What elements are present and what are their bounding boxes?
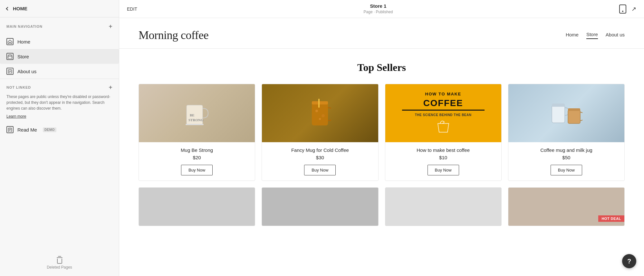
nav-item-home[interactable]: Home (0, 34, 119, 49)
sidebar: HOME MAIN NAVIGATION + Home Store (0, 0, 119, 276)
buy-now-coffee-book[interactable]: Buy Now (428, 165, 459, 175)
product-image-mug-be-strong: BE STRONG (139, 84, 255, 142)
demo-badge: DEMO (43, 127, 56, 132)
product-card-mug-be-strong: BE STRONG Mug Be Strong $20 Buy Now (139, 84, 255, 181)
store-nav-label: Store (17, 54, 29, 59)
product-card-partial-1 (139, 187, 255, 226)
help-button[interactable]: ? (622, 254, 636, 268)
main-navigation-section: MAIN NAVIGATION + (0, 17, 119, 34)
svg-point-18 (319, 118, 321, 120)
site-nav: Home Store About us (566, 32, 625, 39)
about-nav-icon (6, 68, 14, 75)
nav-item-store[interactable]: Store (0, 49, 119, 64)
product-name-coffee-book: How to make best coffee (417, 147, 470, 153)
svg-rect-19 (552, 105, 565, 123)
main-nav-title: MAIN NAVIGATION (6, 25, 43, 28)
nav-item-about-us[interactable]: About us (0, 64, 119, 79)
main-nav-header: MAIN NAVIGATION + (6, 23, 112, 30)
product-price-mug-be-strong: $20 (193, 155, 201, 160)
product-grid-second-row: HOT DEAL (139, 187, 625, 226)
svg-point-16 (315, 110, 318, 112)
site-title: Morning coffee (139, 28, 208, 42)
svg-rect-0 (8, 56, 12, 59)
svg-rect-21 (568, 110, 580, 123)
site-nav-store[interactable]: Store (586, 32, 598, 39)
product-price-fancy-mug: $30 (316, 155, 324, 160)
product-name-mug-be-strong: Mug Be Strong (181, 147, 213, 153)
page-status: Page · Published (364, 10, 393, 14)
hot-deal-badge: HOT DEAL (598, 215, 624, 222)
svg-text:STRONG: STRONG (188, 118, 204, 122)
preview-content: Top Sellers BE STRONG (119, 49, 644, 239)
not-linked-section: NOT LINKED + These pages are public unle… (0, 79, 119, 142)
mobile-preview-icon[interactable] (619, 5, 626, 14)
external-link-icon[interactable]: ↗ (631, 5, 636, 13)
product-card-partial-4: HOT DEAL (508, 187, 625, 226)
product-info-milk-jug: Coffee mug and milk jug $50 Buy Now (508, 142, 624, 181)
home-button-label: HOME (13, 6, 27, 11)
readme-nav-icon (6, 126, 14, 133)
product-name-fancy-mug: Fancy Mug for Cold Coffee (291, 147, 349, 153)
svg-rect-14 (312, 101, 328, 104)
add-nav-item-button[interactable]: + (109, 23, 112, 30)
topbar-center: Store 1 Page · Published (364, 3, 393, 15)
svg-rect-22 (568, 108, 580, 111)
buy-now-mug-be-strong[interactable]: Buy Now (181, 165, 213, 175)
svg-rect-12 (186, 124, 204, 125)
not-linked-description: These pages are public unless they're di… (6, 94, 112, 111)
svg-point-17 (322, 114, 325, 117)
product-card-partial-3 (385, 187, 502, 226)
readme-label: Read Me (17, 127, 37, 133)
svg-rect-13 (312, 103, 328, 125)
svg-text:BE: BE (190, 113, 195, 117)
about-nav-label: About us (17, 69, 36, 74)
deleted-pages-button[interactable]: Deleted Pages (0, 250, 119, 276)
not-linked-title: NOT LINKED (6, 85, 31, 89)
buy-now-fancy-mug[interactable]: Buy Now (304, 165, 336, 175)
home-nav-icon (6, 38, 14, 45)
svg-rect-20 (552, 104, 565, 107)
add-not-linked-button[interactable]: + (109, 84, 112, 91)
chevron-left-icon (6, 7, 9, 10)
svg-rect-15 (318, 99, 320, 108)
website-header: Morning coffee Home Store About us (119, 18, 644, 49)
product-card-coffee-book: HOW TO MAKE COFFEE THE SCIENCE BEHIND TH… (385, 84, 502, 181)
home-button[interactable]: HOME (0, 0, 119, 17)
store-nav-icon (6, 53, 14, 60)
top-bar: EDIT Store 1 Page · Published ↗ (119, 0, 644, 18)
preview-area: Morning coffee Home Store About us Top S… (119, 18, 644, 276)
product-info-mug-be-strong: Mug Be Strong $20 Buy Now (139, 142, 255, 181)
product-price-milk-jug: $50 (562, 155, 570, 160)
product-info-fancy-mug: Fancy Mug for Cold Coffee $30 Buy Now (262, 142, 378, 181)
store-name: Store 1 (364, 3, 393, 9)
product-image-coffee-book: HOW TO MAKE COFFEE THE SCIENCE BEHIND TH… (385, 84, 501, 142)
topbar-actions: ↗ (619, 5, 636, 14)
product-image-fancy-mug (262, 84, 378, 142)
product-name-milk-jug: Coffee mug and milk jug (540, 147, 592, 153)
top-sellers-title: Top Sellers (139, 62, 625, 74)
main-content: EDIT Store 1 Page · Published ↗ Morning … (119, 0, 644, 276)
product-card-partial-2 (262, 187, 378, 226)
product-image-milk-jug (508, 84, 624, 142)
not-linked-header: NOT LINKED + (6, 84, 112, 91)
mobile-icon-dot (622, 11, 623, 12)
home-nav-label: Home (17, 39, 30, 44)
product-price-coffee-book: $10 (439, 155, 447, 160)
product-info-coffee-book: How to make best coffee $10 Buy Now (385, 142, 501, 181)
trash-icon (56, 256, 63, 264)
product-card-fancy-mug: Fancy Mug for Cold Coffee $30 Buy Now (262, 84, 378, 181)
site-nav-about[interactable]: About us (606, 32, 625, 39)
product-grid: BE STRONG Mug Be Strong $20 Buy Now (139, 84, 625, 181)
product-card-milk-jug: Coffee mug and milk jug $50 Buy Now (508, 84, 625, 181)
nav-item-readme[interactable]: Read Me DEMO (6, 122, 112, 137)
deleted-pages-label: Deleted Pages (47, 265, 72, 270)
site-nav-home[interactable]: Home (566, 32, 579, 39)
learn-more-link[interactable]: Learn more (6, 114, 26, 119)
edit-button[interactable]: EDIT (127, 6, 137, 12)
buy-now-milk-jug[interactable]: Buy Now (551, 165, 582, 175)
